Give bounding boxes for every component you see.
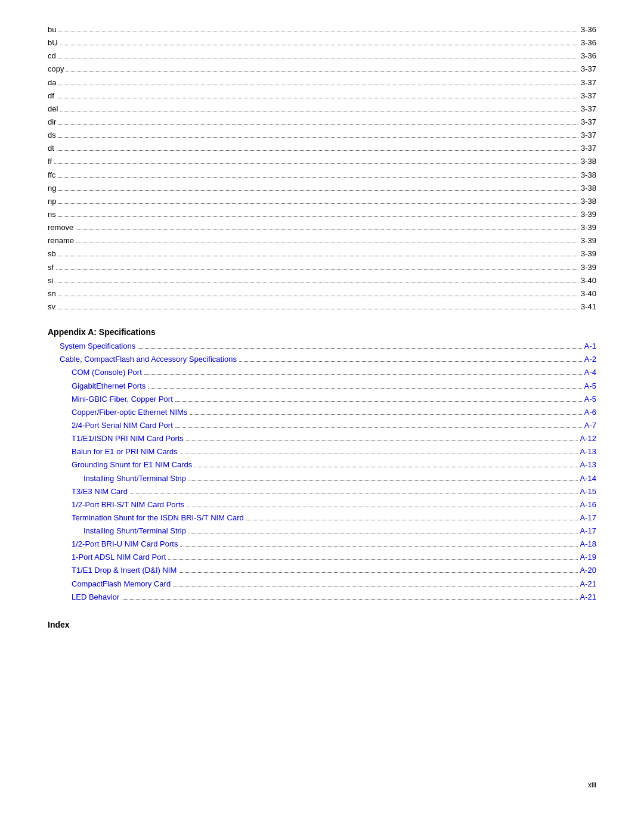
toc-entry-page[interactable]: A-4 bbox=[584, 367, 596, 378]
toc-entry-label: dt bbox=[48, 142, 54, 154]
toc-row: sb3-39 bbox=[48, 248, 596, 260]
appendix-heading: Appendix A: Specifications bbox=[48, 327, 596, 337]
toc-entry-label: df bbox=[48, 90, 54, 102]
toc-dots bbox=[66, 71, 578, 72]
toc-dots bbox=[58, 177, 578, 178]
toc-row: Balun for E1 or PRI NIM CardsA-13 bbox=[48, 446, 596, 458]
toc-entry-page[interactable]: A-16 bbox=[580, 499, 596, 511]
toc-entry-label[interactable]: Grounding Shunt for E1 NIM Cards bbox=[72, 459, 192, 471]
toc-entry-label[interactable]: Copper/Fiber-optic Ethernet NIMs bbox=[72, 406, 187, 418]
toc-entry-label[interactable]: T1/E1 Drop & Insert (D&I) NIM bbox=[72, 564, 177, 576]
toc-entry-label: dir bbox=[48, 116, 56, 128]
toc-entry-page: 3-36 bbox=[581, 24, 596, 36]
toc-entry-page[interactable]: A-13 bbox=[580, 459, 596, 471]
index-heading: Index bbox=[48, 620, 596, 629]
toc-dots bbox=[186, 440, 578, 441]
toc-entry-label[interactable]: GigabitEthernet Ports bbox=[72, 380, 145, 392]
toc-entry-label: np bbox=[48, 196, 56, 207]
toc-entry-label[interactable]: 2/4-Port Serial NIM Card Port bbox=[72, 420, 173, 432]
toc-dots bbox=[175, 401, 582, 402]
toc-entry-page[interactable]: A-13 bbox=[580, 446, 596, 458]
toc-dots bbox=[60, 45, 578, 45]
toc-entry-label[interactable]: System Specifications bbox=[60, 340, 135, 352]
toc-dots bbox=[148, 388, 581, 389]
toc-dots bbox=[58, 203, 578, 204]
toc-dots bbox=[57, 98, 578, 98]
toc-entry-label[interactable]: T1/E1/ISDN PRI NIM Card Ports bbox=[72, 433, 184, 445]
toc-row: remove3-39 bbox=[48, 222, 596, 234]
toc-entry-page[interactable]: A-7 bbox=[584, 420, 596, 432]
toc-entry-label[interactable]: Installing Shunt/Terminal Strip bbox=[83, 525, 186, 537]
toc-row: Copper/Fiber-optic Ethernet NIMsA-6 bbox=[48, 406, 596, 418]
toc-row: Grounding Shunt for E1 NIM CardsA-13 bbox=[48, 459, 596, 471]
toc-entry-page[interactable]: A-20 bbox=[580, 564, 596, 576]
toc-entry-label: si bbox=[48, 275, 53, 287]
toc-entry-page[interactable]: A-6 bbox=[584, 406, 596, 418]
toc-entry-label[interactable]: Balun for E1 or PRI NIM Cards bbox=[72, 446, 178, 458]
toc-row: T1/E1/ISDN PRI NIM Card PortsA-12 bbox=[48, 433, 596, 445]
toc-entry-page[interactable]: A-17 bbox=[580, 512, 596, 524]
toc-dots bbox=[138, 348, 582, 349]
toc-entry-page[interactable]: A-18 bbox=[580, 538, 596, 550]
toc-entry-page[interactable]: A-15 bbox=[580, 486, 596, 498]
toc-entry-label[interactable]: 1/2-Port BRI-S/T NIM Card Ports bbox=[72, 499, 184, 511]
toc-dots bbox=[188, 480, 578, 481]
toc-row: sn3-40 bbox=[48, 288, 596, 300]
toc-row: LED BehaviorA-21 bbox=[48, 591, 596, 603]
toc-entry-page[interactable]: A-21 bbox=[580, 591, 596, 603]
toc-entry-label[interactable]: Installing Shunt/Terminal Strip bbox=[83, 473, 186, 485]
toc-entry-page[interactable]: A-5 bbox=[584, 393, 596, 405]
commands-list: bu3-36bU3-36cd3-36copy3-37da3-37df3-37de… bbox=[48, 24, 596, 313]
toc-row: 2/4-Port Serial NIM Card PortA-7 bbox=[48, 420, 596, 432]
toc-entry-label[interactable]: COM (Console) Port bbox=[72, 367, 142, 378]
toc-entry-page: 3-40 bbox=[581, 288, 596, 300]
toc-row: CompactFlash Memory CardA-21 bbox=[48, 578, 596, 590]
toc-row: Cable, CompactFlash and Accessory Specif… bbox=[48, 353, 596, 365]
toc-entry-label[interactable]: T3/E3 NIM Card bbox=[72, 486, 128, 498]
toc-entry-label: ffc bbox=[48, 169, 56, 181]
toc-dots bbox=[76, 243, 578, 243]
toc-entry-label: sf bbox=[48, 262, 54, 274]
toc-entry-page: 3-38 bbox=[581, 156, 596, 167]
toc-dots bbox=[58, 137, 578, 138]
toc-dots bbox=[58, 216, 578, 217]
toc-entry-page: 3-36 bbox=[581, 50, 596, 62]
toc-entry-page[interactable]: A-2 bbox=[584, 353, 596, 365]
toc-entry-label: del bbox=[48, 103, 58, 115]
toc-dots bbox=[144, 374, 582, 375]
toc-entry-label[interactable]: LED Behavior bbox=[72, 591, 119, 603]
page-footer: xiii bbox=[588, 781, 596, 789]
index-section: Index bbox=[48, 620, 596, 629]
toc-entry-label[interactable]: 1-Port ADSL NIM Card Port bbox=[72, 551, 166, 563]
toc-row: 1/2-Port BRI-U NIM Card PortsA-18 bbox=[48, 538, 596, 550]
toc-dots bbox=[175, 427, 582, 428]
toc-dots bbox=[58, 124, 578, 125]
toc-row: del3-37 bbox=[48, 103, 596, 115]
toc-dots bbox=[122, 599, 577, 600]
toc-entry-page[interactable]: A-19 bbox=[580, 551, 596, 563]
toc-entry-page: 3-39 bbox=[581, 209, 596, 221]
toc-row: Installing Shunt/Terminal StripA-14 bbox=[48, 473, 596, 485]
toc-dots bbox=[58, 309, 578, 309]
toc-entry-page[interactable]: A-14 bbox=[580, 473, 596, 485]
toc-entry-page: 3-38 bbox=[581, 182, 596, 194]
toc-row: ffc3-38 bbox=[48, 169, 596, 181]
toc-row: rename3-39 bbox=[48, 235, 596, 247]
toc-entry-label[interactable]: Termination Shunt for the ISDN BRI-S/T N… bbox=[72, 512, 244, 524]
toc-entry-page[interactable]: A-21 bbox=[580, 578, 596, 590]
toc-row: bu3-36 bbox=[48, 24, 596, 36]
toc-entry-page[interactable]: A-12 bbox=[580, 433, 596, 445]
toc-entry-label[interactable]: Cable, CompactFlash and Accessory Specif… bbox=[60, 353, 237, 365]
toc-dots bbox=[56, 269, 578, 270]
toc-dots bbox=[246, 520, 578, 520]
toc-row: 1/2-Port BRI-S/T NIM Card PortsA-16 bbox=[48, 499, 596, 511]
toc-entry-label[interactable]: 1/2-Port BRI-U NIM Card Ports bbox=[72, 538, 178, 550]
toc-entry-label: ng bbox=[48, 182, 56, 194]
toc-entry-page: 3-37 bbox=[581, 142, 596, 154]
toc-entry-page[interactable]: A-5 bbox=[584, 380, 596, 392]
toc-row: System SpecificationsA-1 bbox=[48, 340, 596, 352]
toc-entry-label[interactable]: Mini-GBIC Fiber, Copper Port bbox=[72, 393, 173, 405]
toc-entry-page[interactable]: A-1 bbox=[584, 340, 596, 352]
toc-entry-page[interactable]: A-17 bbox=[580, 525, 596, 537]
toc-entry-label[interactable]: CompactFlash Memory Card bbox=[72, 578, 171, 590]
